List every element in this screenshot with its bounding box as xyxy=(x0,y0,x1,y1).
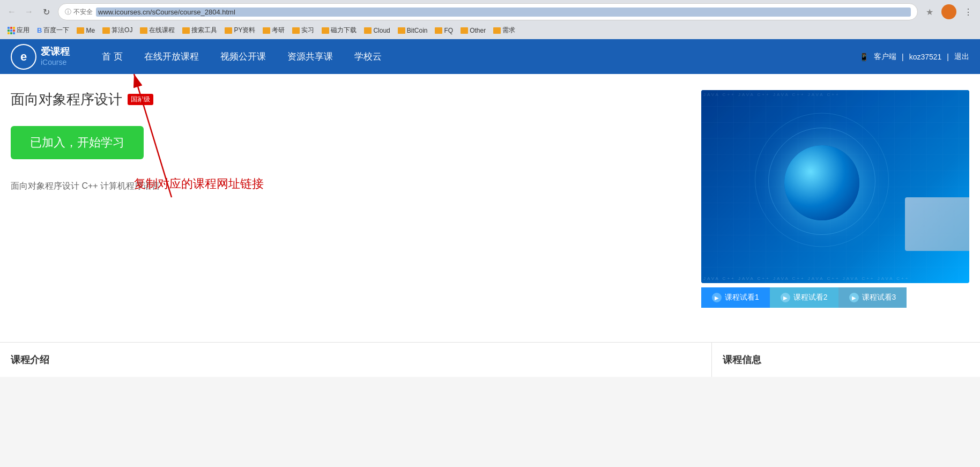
course-banner: 国家精品开放课 xyxy=(701,90,969,283)
annotation-text: 复制对应的课程网址链接 xyxy=(134,176,264,192)
mobile-icon: 📱 xyxy=(859,53,868,61)
bookmark-online-label: 在线课程 xyxy=(149,26,175,35)
nav-right: 📱 客户端 | koz37521 | 退出 xyxy=(859,52,969,62)
trial-btn-3[interactable]: ▶ 课程试看3 xyxy=(838,287,907,308)
folder-icon xyxy=(263,27,270,34)
bookmark-kaoyuan[interactable]: 考研 xyxy=(259,25,288,36)
bookmark-star-button[interactable]: ★ xyxy=(922,4,937,19)
bookmark-py-label: PY资料 xyxy=(234,26,255,35)
nav-resource-share[interactable]: 资源共享课 xyxy=(277,39,344,74)
banner-code-strip: JAVA C++ JAVA C++ JAVA C++ JAVA C++ JAVA… xyxy=(703,276,967,281)
course-intro-label: 课程介绍 xyxy=(11,354,49,365)
play-icon-2: ▶ xyxy=(781,293,790,302)
bookmarks-bar: 应用 B 百度一下 Me 算法OJ 在线课程 搜索工具 xyxy=(4,24,976,39)
security-label: 不安全 xyxy=(73,8,93,17)
back-button[interactable]: ← xyxy=(4,4,19,19)
folder-icon xyxy=(461,27,468,34)
bookmark-suanfa-label: 算法OJ xyxy=(112,26,132,35)
bookmark-fq[interactable]: FQ xyxy=(432,26,456,35)
bookmark-bitcoin[interactable]: BitCoin xyxy=(395,26,431,35)
bookmark-demand-label: 需求 xyxy=(502,26,515,35)
trial-btn-1-label: 课程试看1 xyxy=(725,293,759,302)
folder-icon xyxy=(140,27,147,34)
bookmark-suanfa[interactable]: 算法OJ xyxy=(99,25,136,36)
logo-letter: e xyxy=(20,50,27,64)
banner-keyboard xyxy=(905,197,969,251)
banner-code-top: JAVA C++ JAVA C++ JAVA C++ JAVA C++ xyxy=(703,92,840,97)
bookmark-search-tools[interactable]: 搜索工具 xyxy=(179,25,220,36)
bookmark-download-label: 磁力下载 xyxy=(331,26,357,35)
folder-icon xyxy=(398,27,405,34)
forward-button[interactable]: → xyxy=(21,4,36,19)
course-intro-section: 课程介绍 xyxy=(0,343,712,377)
nav-school-cloud[interactable]: 学校云 xyxy=(344,39,392,74)
content-left: 面向对象程序设计 国家级 已加入，开始学习 面向对象程序设计 C++ 计算机程序… xyxy=(11,90,691,331)
bookmark-baidu[interactable]: B 百度一下 xyxy=(34,25,72,36)
course-info-label: 课程信息 xyxy=(723,354,761,365)
site-content: e 爱课程 iCourse 首 页 在线开放课程 视频公开课 资源共享课 学校云… xyxy=(0,39,980,377)
username[interactable]: koz37521 xyxy=(909,53,942,61)
bookmark-fq-label: FQ xyxy=(444,27,453,34)
menu-button[interactable]: ⋮ xyxy=(961,4,976,19)
bottom-sections: 课程介绍 课程信息 xyxy=(0,342,980,377)
folder-icon xyxy=(322,27,329,34)
play-icon-1: ▶ xyxy=(712,293,722,302)
content-right: 国家精品开放课 xyxy=(701,90,969,331)
bookmark-cloud-label: Cloud xyxy=(373,27,390,34)
security-icon: ⓘ xyxy=(65,8,71,17)
trial-buttons: ▶ 课程试看1 ▶ 课程试看2 ▶ 课程试看3 xyxy=(701,287,969,308)
folder-icon xyxy=(182,27,190,34)
play-icon-3: ▶ xyxy=(849,293,859,302)
logo-cn: 爱课程 xyxy=(41,46,70,58)
bookmark-me-label: Me xyxy=(86,27,95,34)
url-display: www.icourses.cn/sCourse/course_2804.html xyxy=(96,8,911,17)
bookmark-bitcoin-label: BitCoin xyxy=(407,27,428,34)
folder-icon xyxy=(493,27,501,34)
folder-icon xyxy=(102,27,110,34)
refresh-button[interactable]: ↻ xyxy=(39,4,54,19)
bookmark-apps-label: 应用 xyxy=(17,26,29,35)
folder-icon xyxy=(292,27,300,34)
bookmark-me[interactable]: Me xyxy=(73,26,98,35)
bookmark-online-course[interactable]: 在线课程 xyxy=(137,25,178,36)
trial-btn-2[interactable]: ▶ 课程试看2 xyxy=(770,287,838,308)
trial-btn-2-label: 课程试看2 xyxy=(793,293,828,302)
trial-btn-3-label: 课程试看3 xyxy=(862,293,896,302)
bookmark-other[interactable]: Other xyxy=(457,26,489,35)
bookmark-cloud[interactable]: Cloud xyxy=(361,26,393,35)
mobile-label[interactable]: 客户端 xyxy=(874,52,896,62)
logout-link[interactable]: 退出 xyxy=(954,52,969,62)
banner-ring-2 xyxy=(755,113,889,247)
browser-chrome: ← → ↻ ⓘ 不安全 www.icourses.cn/sCourse/cour… xyxy=(0,0,980,39)
folder-icon xyxy=(364,27,372,34)
bookmark-download[interactable]: 磁力下载 xyxy=(318,25,360,36)
browser-toolbar: ← → ↻ ⓘ 不安全 www.icourses.cn/sCourse/cour… xyxy=(4,3,976,20)
profile-avatar[interactable] xyxy=(941,4,956,19)
nav-separator2: | xyxy=(947,53,949,61)
logo-icon: e xyxy=(11,44,36,70)
bookmark-kaoyuan-label: 考研 xyxy=(272,26,285,35)
bookmark-apps[interactable]: 应用 xyxy=(4,25,33,36)
bookmark-shixi-label: 实习 xyxy=(301,26,314,35)
folder-icon xyxy=(225,27,232,34)
bookmark-other-label: Other xyxy=(470,27,486,34)
bookmark-shixi[interactable]: 实习 xyxy=(289,25,317,36)
address-bar[interactable]: ⓘ 不安全 www.icourses.cn/sCourse/course_280… xyxy=(58,3,918,20)
folder-icon xyxy=(77,27,84,34)
nav-separator: | xyxy=(902,53,904,61)
trial-btn-1[interactable]: ▶ 课程试看1 xyxy=(701,287,770,308)
nav-buttons: ← → ↻ xyxy=(4,4,54,19)
bookmark-search-label: 搜索工具 xyxy=(191,26,217,35)
bookmark-demand[interactable]: 需求 xyxy=(490,25,518,36)
page-wrapper: ← → ↻ ⓘ 不安全 www.icourses.cn/sCourse/cour… xyxy=(0,0,980,377)
folder-icon xyxy=(435,27,442,34)
bookmark-baidu-label: 百度一下 xyxy=(43,26,69,35)
bookmark-py[interactable]: PY资料 xyxy=(221,25,258,36)
course-info-section: 课程信息 xyxy=(712,343,980,377)
main-content: 面向对象程序设计 国家级 已加入，开始学习 面向对象程序设计 C++ 计算机程序… xyxy=(0,74,980,342)
annotation-area: 复制对应的课程网址链接 xyxy=(11,197,691,315)
